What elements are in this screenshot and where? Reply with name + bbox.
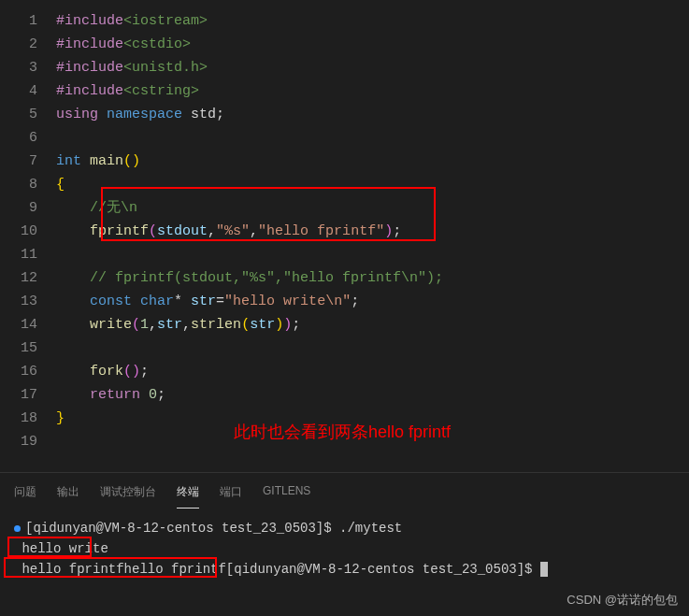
code-line[interactable]: [56, 337, 689, 360]
line-number: 12: [0, 266, 37, 290]
line-number: 1: [0, 9, 37, 33]
status-dot-icon: [14, 525, 21, 532]
terminal-line: [qidunyan@VM-8-12-centos test_23_0503]$ …: [14, 518, 675, 538]
terminal-line: hello write: [14, 538, 675, 559]
code-line[interactable]: {: [56, 173, 689, 196]
line-number: 11: [0, 243, 37, 266]
bottom-panel: 问题输出调试控制台终端端口GITLENS [qidunyan@VM-8-12-c…: [0, 472, 689, 589]
tab-1[interactable]: 输出: [57, 480, 79, 509]
line-number: 16: [0, 360, 37, 383]
line-number: 8: [0, 173, 37, 196]
line-gutter: 12345678910111213141516171819: [0, 9, 56, 472]
line-number: 9: [0, 196, 37, 220]
code-line[interactable]: int main(): [56, 150, 689, 173]
line-number: 2: [0, 33, 37, 56]
panel-tabs: 问题输出调试控制台终端端口GITLENS: [0, 473, 689, 509]
line-number: 18: [0, 407, 37, 430]
watermark: CSDN @诺诺的包包: [567, 592, 678, 609]
code-line[interactable]: [56, 126, 689, 150]
code-line[interactable]: const char* str="hello write\n";: [56, 290, 689, 313]
line-number: 6: [0, 126, 37, 150]
line-number: 10: [0, 220, 37, 243]
code-line[interactable]: #include<cstring>: [56, 79, 689, 103]
line-number: 15: [0, 337, 37, 360]
tab-5[interactable]: GITLENS: [263, 480, 310, 509]
code-line[interactable]: //无\n: [56, 196, 689, 220]
code-line[interactable]: // fprintf(stdout,"%s","hello fprintf\n"…: [56, 266, 689, 290]
code-area[interactable]: #include<iostream>#include<cstdio>#inclu…: [56, 9, 689, 472]
terminal-output[interactable]: [qidunyan@VM-8-12-centos test_23_0503]$ …: [0, 509, 689, 589]
code-editor[interactable]: 12345678910111213141516171819 #include<i…: [0, 0, 689, 472]
annotation-text: 此时也会看到两条hello fprintf: [234, 421, 451, 443]
code-line[interactable]: #include<unistd.h>: [56, 56, 689, 79]
line-number: 7: [0, 150, 37, 173]
code-line[interactable]: using namespace std;: [56, 103, 689, 126]
tab-3[interactable]: 终端: [177, 480, 199, 509]
terminal-line: hello fprintfhello fprintf[qidunyan@VM-8…: [14, 559, 675, 580]
line-number: 19: [0, 430, 37, 453]
code-line[interactable]: [56, 243, 689, 266]
line-number: 17: [0, 383, 37, 407]
tab-4[interactable]: 端口: [220, 480, 242, 509]
code-line[interactable]: return 0;: [56, 383, 689, 407]
tab-2[interactable]: 调试控制台: [100, 480, 156, 509]
line-number: 4: [0, 79, 37, 103]
code-line[interactable]: fprintf(stdout,"%s","hello fprintf");: [56, 220, 689, 243]
code-line[interactable]: #include<cstdio>: [56, 33, 689, 56]
line-number: 3: [0, 56, 37, 79]
line-number: 13: [0, 290, 37, 313]
code-line[interactable]: write(1,str,strlen(str));: [56, 313, 689, 337]
line-number: 14: [0, 313, 37, 337]
code-line[interactable]: fork();: [56, 360, 689, 383]
line-number: 5: [0, 103, 37, 126]
terminal-cursor: [540, 562, 548, 577]
tab-0[interactable]: 问题: [14, 480, 36, 509]
code-line[interactable]: #include<iostream>: [56, 9, 689, 33]
